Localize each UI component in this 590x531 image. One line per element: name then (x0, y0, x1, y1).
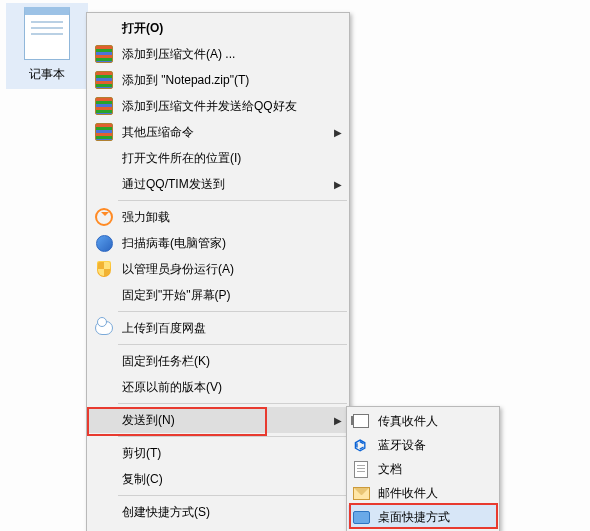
menu-scan-virus-label: 扫描病毒(电脑管家) (116, 235, 342, 252)
menu-copy-label: 复制(C) (116, 471, 342, 488)
scan-icon (92, 233, 116, 253)
desktop: 记事本 打开(O) 添加到压缩文件(A) ... 添加到 "Notepad.zi… (0, 0, 590, 531)
blank-icon (92, 443, 116, 463)
bluetooth-icon: ⌬ (350, 435, 372, 455)
mail-icon (350, 483, 372, 503)
cloud-icon (92, 318, 116, 338)
rar-icon (92, 70, 116, 90)
menu-run-admin-label: 以管理员身份运行(A) (116, 261, 342, 278)
menu-pin-taskbar[interactable]: 固定到任务栏(K) (88, 348, 348, 374)
menu-restore-prev-label: 还原以前的版本(V) (116, 379, 342, 396)
menu-upload-baidu-label: 上传到百度网盘 (116, 320, 342, 337)
menu-separator (118, 436, 347, 437)
submenu-docs[interactable]: 文档 (348, 457, 498, 481)
menu-send-to[interactable]: 发送到(N) ▶ (88, 407, 348, 433)
menu-separator (118, 311, 347, 312)
blank-icon (92, 502, 116, 522)
menu-add-send-qq[interactable]: 添加到压缩文件并发送给QQ好友 (88, 93, 348, 119)
shield-icon (92, 259, 116, 279)
menu-open[interactable]: 打开(O) (88, 15, 348, 41)
blank-icon (92, 285, 116, 305)
menu-cut[interactable]: 剪切(T) (88, 440, 348, 466)
menu-pin-start[interactable]: 固定到"开始"屏幕(P) (88, 282, 348, 308)
menu-separator (118, 344, 347, 345)
submenu-mail[interactable]: 邮件收件人 (348, 481, 498, 505)
menu-open-location-label: 打开文件所在的位置(I) (116, 150, 342, 167)
blank-icon (92, 410, 116, 430)
menu-send-qq-tim-label: 通过QQ/TIM发送到 (116, 176, 328, 193)
menu-cut-label: 剪切(T) (116, 445, 342, 462)
submenu-bluetooth[interactable]: ⌬ 蓝牙设备 (348, 433, 498, 457)
submenu-arrow-icon: ▶ (328, 179, 342, 190)
menu-add-send-qq-label: 添加到压缩文件并发送给QQ好友 (116, 98, 342, 115)
menu-separator (118, 403, 347, 404)
menu-pin-start-label: 固定到"开始"屏幕(P) (116, 287, 342, 304)
menu-open-label: 打开(O) (116, 20, 342, 37)
menu-other-compress-label: 其他压缩命令 (116, 124, 328, 141)
rar-icon (92, 44, 116, 64)
uninstall-icon (92, 207, 116, 227)
blank-icon (92, 469, 116, 489)
context-menu: 打开(O) 添加到压缩文件(A) ... 添加到 "Notepad.zip"(T… (86, 12, 350, 531)
submenu-desktop-shortcut[interactable]: 桌面快捷方式 (348, 505, 498, 529)
blank-icon (92, 377, 116, 397)
rar-icon (92, 122, 116, 142)
submenu-fax-label: 传真收件人 (372, 413, 492, 430)
menu-separator (118, 495, 347, 496)
submenu-bluetooth-label: 蓝牙设备 (372, 437, 492, 454)
submenu-arrow-icon: ▶ (328, 127, 342, 138)
submenu-docs-label: 文档 (372, 461, 492, 478)
submenu-mail-label: 邮件收件人 (372, 485, 492, 502)
menu-copy[interactable]: 复制(C) (88, 466, 348, 492)
blank-icon (92, 174, 116, 194)
menu-pin-taskbar-label: 固定到任务栏(K) (116, 353, 342, 370)
blank-icon (92, 351, 116, 371)
menu-run-admin[interactable]: 以管理员身份运行(A) (88, 256, 348, 282)
submenu-desktop-shortcut-label: 桌面快捷方式 (372, 509, 492, 526)
menu-create-shortcut-label: 创建快捷方式(S) (116, 504, 342, 521)
blank-icon (92, 148, 116, 168)
notepad-glyph (24, 7, 70, 60)
menu-add-notepad-zip[interactable]: 添加到 "Notepad.zip"(T) (88, 67, 348, 93)
menu-delete[interactable]: 删除(D) (88, 525, 348, 531)
desktop-icon (350, 507, 372, 527)
send-to-submenu: 传真收件人 ⌬ 蓝牙设备 文档 邮件收件人 桌面快捷方式 (346, 406, 500, 531)
menu-create-shortcut[interactable]: 创建快捷方式(S) (88, 499, 348, 525)
document-icon (350, 459, 372, 479)
menu-add-notepad-zip-label: 添加到 "Notepad.zip"(T) (116, 72, 342, 89)
menu-upload-baidu[interactable]: 上传到百度网盘 (88, 315, 348, 341)
notepad-icon[interactable]: 记事本 (6, 3, 88, 89)
rar-icon (92, 96, 116, 116)
menu-other-compress[interactable]: 其他压缩命令 ▶ (88, 119, 348, 145)
blank-icon (92, 18, 116, 38)
notepad-label: 记事本 (8, 66, 86, 83)
menu-restore-prev[interactable]: 还原以前的版本(V) (88, 374, 348, 400)
submenu-fax[interactable]: 传真收件人 (348, 409, 498, 433)
menu-send-to-label: 发送到(N) (116, 412, 328, 429)
menu-force-uninstall-label: 强力卸载 (116, 209, 342, 226)
menu-open-location[interactable]: 打开文件所在的位置(I) (88, 145, 348, 171)
menu-separator (118, 200, 347, 201)
menu-add-archive-label: 添加到压缩文件(A) ... (116, 46, 342, 63)
menu-send-qq-tim[interactable]: 通过QQ/TIM发送到 ▶ (88, 171, 348, 197)
menu-force-uninstall[interactable]: 强力卸载 (88, 204, 348, 230)
submenu-arrow-icon: ▶ (328, 415, 342, 426)
fax-icon (350, 411, 372, 431)
menu-scan-virus[interactable]: 扫描病毒(电脑管家) (88, 230, 348, 256)
menu-add-archive[interactable]: 添加到压缩文件(A) ... (88, 41, 348, 67)
